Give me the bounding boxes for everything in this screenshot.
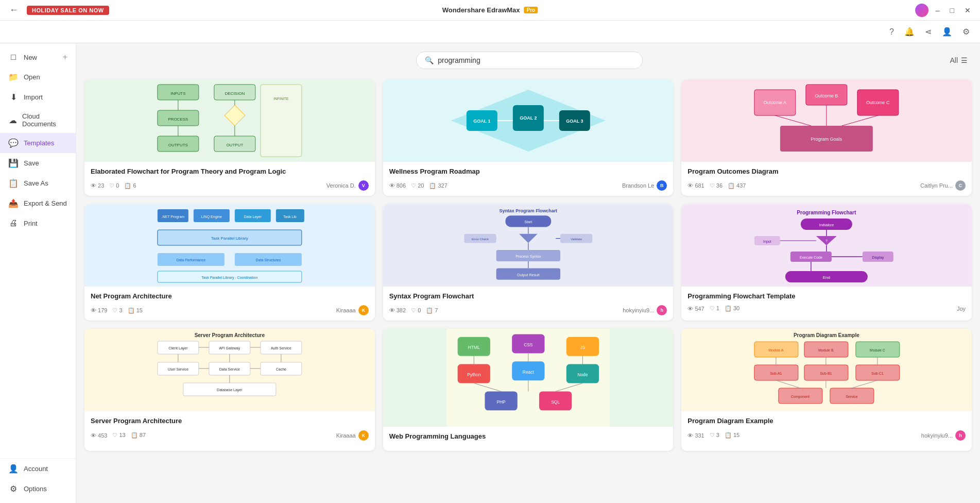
author-name-7: Kiraaaa [336,432,356,439]
views-5: 👁 382 [389,307,406,313]
window-controls: – □ ✕ [915,4,974,17]
apps-icon[interactable]: ⋖ [923,25,934,39]
author-name-6: Joy [957,306,966,312]
svg-text:User Service: User Service [168,367,188,371]
author-name-5: hokyinyiu9... [623,307,654,313]
help-icon[interactable]: ? [887,25,896,39]
svg-text:Process Syntax: Process Syntax [515,255,541,259]
search-bar[interactable]: 🔍 [416,52,643,69]
svg-text:LINQ Engine: LINQ Engine [201,215,222,219]
sidebar-item-print[interactable]: 🖨 Print [0,213,76,233]
card-outcomes-diagram[interactable]: Outcome A Outcome B Outcome C Program Go… [681,79,972,196]
svg-text:Component: Component [791,395,810,399]
card-thumb-4: .NET Program LINQ Engine Data Layer Task… [84,204,375,287]
svg-text:Start: Start [524,221,532,225]
card-syntax-flowchart[interactable]: Syntax Program Flowchart Start Process S… [383,204,674,321]
card-web-programming[interactable]: HTML CSS JS Python React Node PHP [383,329,674,450]
svg-text:Module B: Module B [818,348,834,352]
sidebar-label-cloud: Cloud Documents [22,112,67,128]
copies-6: 📋 30 [725,305,740,312]
sidebar-item-import[interactable]: ⬇ Import [0,87,76,107]
add-icon[interactable]: + [63,53,67,62]
close-button[interactable]: ✕ [961,5,974,15]
card-title-8: Web Programming Languages [389,432,667,441]
search-icon: 🔍 [425,56,434,64]
views-6: 👁 547 [687,306,704,312]
notification-icon[interactable]: 🔔 [902,25,917,39]
sidebar-label-account: Account [24,465,48,473]
card-title-2: Wellness Program Roadmap [389,167,667,176]
card-elaborated-flowchart[interactable]: INPUTS PROCESS OUTPUTS DECISION OUTPUT [84,79,375,196]
saveas-icon: 📋 [8,178,19,188]
sidebar-item-new[interactable]: □ New + [0,47,76,67]
card-wellness-roadmap[interactable]: GOAL 1 GOAL 2 GOAL 3 Wellness Program Ro… [383,79,674,196]
sidebar-item-templates[interactable]: 💬 Templates [0,133,76,153]
card-info-9: Program Diagram Example 👁 331 ♡ 3 📋 15 h… [681,411,972,445]
holiday-sale-button[interactable]: HOLIDAY SALE ON NOW [27,6,109,15]
svg-text:PROCESS: PROCESS [168,117,188,122]
card-title-7: Server Program Architecture [91,416,369,426]
views-4: 👁 179 [91,307,107,313]
sidebar-item-export[interactable]: 📤 Export & Send [0,193,76,213]
minimize-button[interactable]: – [933,5,943,15]
card-thumb-5: Syntax Program Flowchart Start Process S… [383,204,674,287]
likes-9: ♡ 3 [710,432,719,439]
likes-4: ♡ 3 [112,307,122,314]
pro-badge: Pro [524,7,538,13]
search-input[interactable] [438,56,634,64]
sidebar-item-open[interactable]: 📁 Open [0,67,76,87]
svg-text:Module A: Module A [769,348,784,352]
card-author-4: Kiraaaa K [336,305,369,315]
svg-text:JS: JS [580,345,585,350]
svg-text:End: End [823,275,830,280]
copies-4: 📋 15 [128,307,143,314]
svg-text:Syntax Program Flowchart: Syntax Program Flowchart [499,208,557,213]
settings-icon[interactable]: ⚙ [960,25,972,39]
card-info-4: Net Program Architecture 👁 179 ♡ 3 📋 15 … [84,287,375,321]
svg-text:Task Lib: Task Lib [283,215,297,219]
card-program-diagram[interactable]: Program Diagram Example Module A Module … [681,329,972,450]
sidebar-item-account[interactable]: 👤 Account [0,458,76,479]
svg-text:Client Layer: Client Layer [168,346,188,350]
sidebar-item-saveas[interactable]: 📋 Save As [0,173,76,193]
sidebar-item-cloud[interactable]: ☁ Cloud Documents [0,107,76,133]
svg-text:Data Structures: Data Structures [256,258,281,262]
svg-text:API Gateway: API Gateway [219,346,240,350]
user-avatar[interactable] [915,4,929,17]
card-meta-4: 👁 179 ♡ 3 📋 15 Kiraaaa K [91,305,369,315]
svg-text:Data Performance: Data Performance [176,258,205,262]
back-button[interactable]: ← [6,4,22,16]
author-name-9: hokyinyiu9... [921,432,953,439]
content-area: 🔍 All ☰ INPUTS PROCESS OUTP [76,43,980,503]
card-info-1: Elaborated Flowchart for Program Theory … [84,162,375,196]
card-server-architecture[interactable]: Server Program Architecture Client Layer… [84,329,375,450]
filter-label: All [950,56,958,64]
main-layout: □ New + 📁 Open ⬇ Import ☁ Cloud Document… [0,43,980,503]
svg-text:PHP: PHP [496,399,506,405]
card-meta-6: 👁 547 ♡ 1 📋 30 Joy [687,305,966,312]
card-thumb-6: Programming Flowchart Initialize ? Execu… [681,204,972,287]
filter-all[interactable]: All ☰ [950,56,968,64]
card-thumb-2: GOAL 1 GOAL 2 GOAL 3 [383,79,674,162]
views-2: 👁 806 [389,182,406,189]
card-meta-9: 👁 331 ♡ 3 📋 15 hokyinyiu9... h [687,430,966,441]
card-net-architecture[interactable]: .NET Program LINQ Engine Data Layer Task… [84,204,375,321]
card-author-6: Joy [957,306,966,312]
sidebar-item-options[interactable]: ⚙ Options [0,479,76,499]
svg-text:Task Parallel Library - Coordi: Task Parallel Library - Coordination [201,276,257,280]
sidebar-item-save[interactable]: 💾 Save [0,153,76,173]
svg-text:GOAL 1: GOAL 1 [473,119,490,124]
svg-text:Error Check: Error Check [472,237,489,241]
maximize-button[interactable]: □ [947,5,957,15]
profile-icon[interactable]: 👤 [940,25,954,39]
search-row: 🔍 All ☰ [76,43,980,75]
svg-text:React: React [522,370,534,375]
svg-text:OUTPUTS: OUTPUTS [168,143,188,147]
templates-icon: 💬 [8,138,19,148]
sidebar-label-import: Import [24,93,43,101]
card-title-4: Net Program Architecture [91,292,369,301]
card-prog-flowchart[interactable]: Programming Flowchart Initialize ? Execu… [681,204,972,321]
copies-1: 📋 6 [124,182,136,189]
card-title-6: Programming Flowchart Template [687,292,966,301]
options-icon: ⚙ [8,484,19,494]
